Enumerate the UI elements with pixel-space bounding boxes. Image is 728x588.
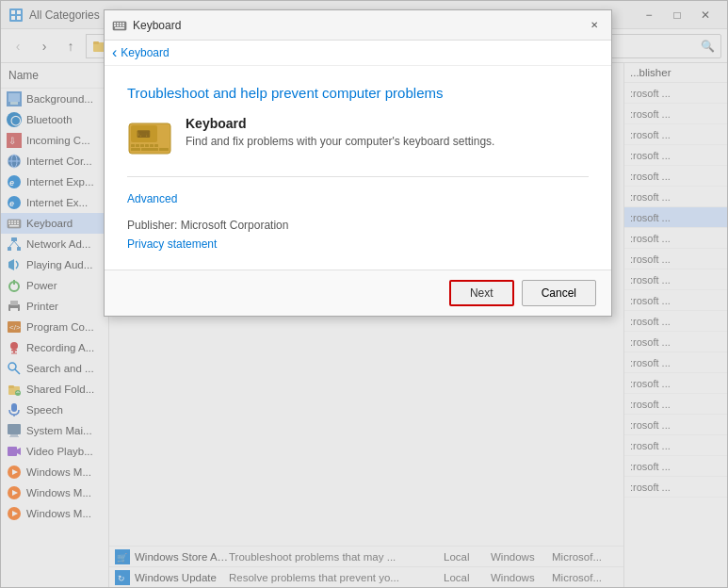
advanced-link[interactable]: Advanced <box>127 192 177 205</box>
svg-rect-85 <box>145 144 149 147</box>
svg-rect-87 <box>154 144 158 147</box>
svg-rect-74 <box>122 23 124 24</box>
modal-title-bar: Keyboard ✕ <box>105 10 611 41</box>
modal-publisher: Publisher: Microsoft Corporation <box>127 219 589 232</box>
modal-content: Troubleshoot and help prevent computer p… <box>105 66 611 270</box>
privacy-link[interactable]: Privacy statement <box>127 237 217 251</box>
main-window: All Categories − □ ✕ ‹ › ↑ « Troubleshoo… <box>0 0 728 588</box>
svg-rect-73 <box>120 23 121 24</box>
modal-overlay: Keyboard ✕ ‹ Keyboard Troubleshoot and h… <box>0 0 728 588</box>
svg-rect-72 <box>117 23 119 24</box>
modal-item-icon-container: ⌨ <box>127 116 172 161</box>
svg-rect-88 <box>131 148 140 151</box>
svg-rect-90 <box>159 148 169 151</box>
publisher-label: Publisher: <box>127 219 181 232</box>
modal-title-text: Keyboard <box>133 19 181 32</box>
cancel-button[interactable]: Cancel <box>522 280 596 306</box>
publisher-name: Microsoft Corporation <box>181 219 289 232</box>
modal-item-info: Keyboard Find and fix problems with your… <box>186 116 589 148</box>
modal-item: ⌨ Keyboard Find and fix problems with yo… <box>127 116 589 161</box>
keyboard-modal: Keyboard ✕ ‹ Keyboard Troubleshoot and h… <box>104 9 612 317</box>
svg-rect-75 <box>114 24 116 26</box>
svg-rect-79 <box>115 27 124 29</box>
modal-divider <box>127 176 589 177</box>
next-button[interactable]: Next <box>449 280 514 306</box>
svg-rect-82 <box>131 144 135 147</box>
modal-item-name: Keyboard <box>186 116 589 131</box>
modal-item-desc: Find and fix problems with your computer… <box>186 135 589 148</box>
modal-back[interactable]: ‹ Keyboard <box>105 41 611 66</box>
svg-rect-71 <box>114 23 116 24</box>
modal-keyboard-icon <box>112 18 127 33</box>
svg-rect-76 <box>117 24 119 26</box>
back-icon: ‹ <box>112 44 117 61</box>
svg-rect-89 <box>141 148 158 151</box>
svg-rect-84 <box>140 144 144 147</box>
keyboard-large-icon: ⌨ <box>127 116 172 161</box>
svg-rect-78 <box>122 24 124 26</box>
svg-rect-86 <box>150 144 154 147</box>
modal-back-label: Keyboard <box>121 46 169 59</box>
modal-close-button[interactable]: ✕ <box>585 16 604 35</box>
svg-text:⌨: ⌨ <box>137 129 151 139</box>
svg-rect-83 <box>136 144 139 147</box>
modal-footer: Next Cancel <box>105 270 611 316</box>
modal-section-title: Troubleshoot and help prevent computer p… <box>127 85 589 101</box>
svg-rect-77 <box>120 24 121 26</box>
